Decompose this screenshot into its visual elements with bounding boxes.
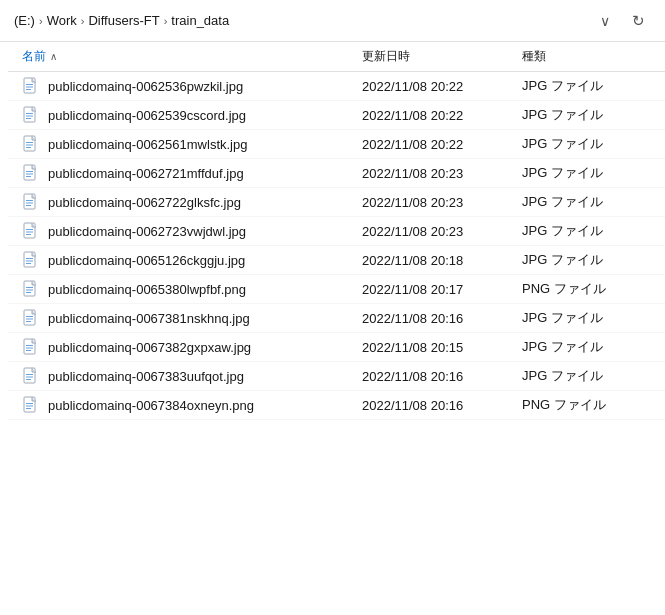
svg-rect-47 [26, 408, 31, 409]
file-name-cell: publicdomainq-0062721mffduf.jpg [22, 164, 362, 182]
breadcrumb-diffusers[interactable]: Diffusers-FT [88, 13, 159, 28]
svg-rect-18 [26, 203, 33, 204]
svg-rect-35 [26, 321, 31, 322]
svg-rect-5 [26, 113, 33, 114]
breadcrumb: (E:) › Work › Diffusers-FT › train_data [14, 13, 229, 28]
file-type: JPG ファイル [522, 106, 651, 124]
file-type: JPG ファイル [522, 77, 651, 95]
chevron-down-button[interactable]: ∨ [594, 11, 616, 31]
file-type: JPG ファイル [522, 193, 651, 211]
file-date: 2022/11/08 20:23 [362, 224, 522, 239]
svg-rect-42 [26, 377, 33, 378]
breadcrumb-drive[interactable]: (E:) [14, 13, 35, 28]
file-date: 2022/11/08 20:16 [362, 311, 522, 326]
file-icon [22, 106, 40, 124]
svg-rect-29 [26, 287, 33, 288]
file-type: JPG ファイル [522, 367, 651, 385]
svg-rect-34 [26, 319, 33, 320]
file-name-cell: publicdomainq-0062536pwzkil.jpg [22, 77, 362, 95]
svg-rect-1 [26, 84, 33, 85]
file-name-cell: publicdomainq-0062539cscord.jpg [22, 106, 362, 124]
file-container: 名前 ∧ 更新日時 種類 publicdomainq-0062536pwzkil… [0, 42, 665, 420]
svg-rect-30 [26, 290, 33, 291]
svg-rect-22 [26, 232, 33, 233]
file-icon [22, 77, 40, 95]
breadcrumb-sep-2: › [81, 15, 85, 27]
file-date: 2022/11/08 20:23 [362, 195, 522, 210]
file-date: 2022/11/08 20:15 [362, 340, 522, 355]
table-row[interactable]: publicdomainq-0065126ckggju.jpg 2022/11/… [8, 246, 665, 275]
svg-rect-17 [26, 200, 33, 201]
file-name: publicdomainq-0062536pwzkil.jpg [48, 79, 243, 94]
file-name: publicdomainq-0067384oxneyn.png [48, 398, 254, 413]
file-name: publicdomainq-0062721mffduf.jpg [48, 166, 244, 181]
breadcrumb-work[interactable]: Work [47, 13, 77, 28]
svg-rect-39 [26, 350, 31, 351]
svg-rect-7 [26, 118, 31, 119]
breadcrumb-train-data[interactable]: train_data [171, 13, 229, 28]
svg-rect-10 [26, 145, 33, 146]
svg-rect-31 [26, 292, 31, 293]
svg-rect-45 [26, 403, 33, 404]
col-header-type[interactable]: 種類 [522, 48, 651, 65]
file-list: publicdomainq-0062536pwzkil.jpg 2022/11/… [8, 72, 665, 420]
file-name: publicdomainq-0067383uufqot.jpg [48, 369, 244, 384]
table-row[interactable]: publicdomainq-0065380lwpfbf.png 2022/11/… [8, 275, 665, 304]
file-date: 2022/11/08 20:22 [362, 137, 522, 152]
file-icon [22, 222, 40, 240]
col-name-label: 名前 [22, 48, 46, 65]
file-type: PNG ファイル [522, 396, 651, 414]
file-date: 2022/11/08 20:16 [362, 398, 522, 413]
col-header-name[interactable]: 名前 ∧ [22, 48, 362, 65]
file-type: JPG ファイル [522, 135, 651, 153]
file-date: 2022/11/08 20:16 [362, 369, 522, 384]
file-type: JPG ファイル [522, 222, 651, 240]
table-row[interactable]: publicdomainq-0067382gxpxaw.jpg 2022/11/… [8, 333, 665, 362]
col-header-date[interactable]: 更新日時 [362, 48, 522, 65]
file-icon [22, 280, 40, 298]
file-name: publicdomainq-0062539cscord.jpg [48, 108, 246, 123]
file-name: publicdomainq-0065126ckggju.jpg [48, 253, 245, 268]
file-name-cell: publicdomainq-0065126ckggju.jpg [22, 251, 362, 269]
file-icon [22, 193, 40, 211]
file-name-cell: publicdomainq-0062722glksfc.jpg [22, 193, 362, 211]
file-icon [22, 309, 40, 327]
file-name-cell: publicdomainq-0062723vwjdwl.jpg [22, 222, 362, 240]
file-icon [22, 164, 40, 182]
file-name: publicdomainq-0067381nskhnq.jpg [48, 311, 250, 326]
file-icon [22, 135, 40, 153]
file-type: PNG ファイル [522, 280, 651, 298]
file-icon [22, 396, 40, 414]
svg-rect-11 [26, 147, 31, 148]
sort-arrow-icon: ∧ [50, 51, 57, 62]
title-controls: ∨ ↻ [594, 10, 651, 32]
file-type: JPG ファイル [522, 164, 651, 182]
file-icon [22, 338, 40, 356]
table-row[interactable]: publicdomainq-0062536pwzkil.jpg 2022/11/… [8, 72, 665, 101]
table-row[interactable]: publicdomainq-0062539cscord.jpg 2022/11/… [8, 101, 665, 130]
breadcrumb-sep-1: › [39, 15, 43, 27]
file-date: 2022/11/08 20:18 [362, 253, 522, 268]
column-headers: 名前 ∧ 更新日時 種類 [8, 42, 665, 72]
table-row[interactable]: publicdomainq-0062721mffduf.jpg 2022/11/… [8, 159, 665, 188]
file-name: publicdomainq-0062723vwjdwl.jpg [48, 224, 246, 239]
svg-rect-9 [26, 142, 33, 143]
file-date: 2022/11/08 20:17 [362, 282, 522, 297]
file-type: JPG ファイル [522, 338, 651, 356]
table-row[interactable]: publicdomainq-0067383uufqot.jpg 2022/11/… [8, 362, 665, 391]
table-row[interactable]: publicdomainq-0062561mwlstk.jpg 2022/11/… [8, 130, 665, 159]
refresh-button[interactable]: ↻ [626, 10, 651, 32]
svg-rect-14 [26, 174, 33, 175]
file-name-cell: publicdomainq-0062561mwlstk.jpg [22, 135, 362, 153]
table-row[interactable]: publicdomainq-0067381nskhnq.jpg 2022/11/… [8, 304, 665, 333]
table-row[interactable]: publicdomainq-0062722glksfc.jpg 2022/11/… [8, 188, 665, 217]
file-name: publicdomainq-0067382gxpxaw.jpg [48, 340, 251, 355]
svg-rect-46 [26, 406, 33, 407]
file-name-cell: publicdomainq-0067384oxneyn.png [22, 396, 362, 414]
file-name: publicdomainq-0062561mwlstk.jpg [48, 137, 247, 152]
file-type: JPG ファイル [522, 309, 651, 327]
svg-rect-2 [26, 87, 33, 88]
table-row[interactable]: publicdomainq-0062723vwjdwl.jpg 2022/11/… [8, 217, 665, 246]
svg-rect-19 [26, 205, 31, 206]
table-row[interactable]: publicdomainq-0067384oxneyn.png 2022/11/… [8, 391, 665, 420]
